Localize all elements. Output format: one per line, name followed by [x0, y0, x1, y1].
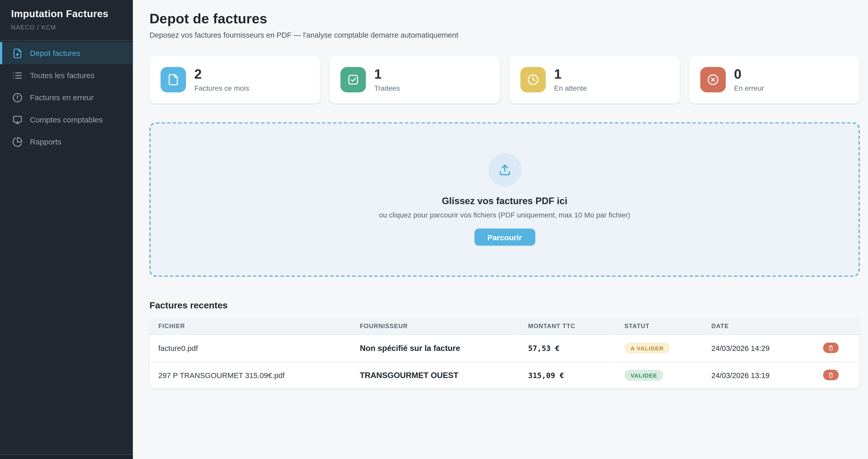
column-header-actions [813, 318, 860, 334]
trash-icon [828, 345, 834, 352]
sidebar: Imputation Factures NAECO / KCM Depot fa… [0, 0, 133, 459]
table-header-row: FICHIER FOURNISSEUR MONTANT TTC STATUT D… [149, 318, 860, 334]
page-subtitle: Deposez vos factures fournisseurs en PDF… [149, 31, 860, 39]
supplier-cell: Non spécifié sur la facture [351, 334, 519, 362]
actions-cell [813, 334, 860, 362]
sidebar-item-toutes-les-factures[interactable]: Toutes les factures [0, 64, 133, 86]
supplier-cell: TRANSGOURMET OUEST [351, 362, 519, 389]
stat-label: En attente [554, 84, 587, 92]
table-row: 297 P TRANSGOURMET 315.09€.pdf TRANSGOUR… [149, 362, 860, 389]
stat-value: 0 [734, 67, 764, 81]
column-header-statut: STATUT [616, 318, 703, 334]
recent-invoices-table: FICHIER FOURNISSEUR MONTANT TTC STATUT D… [149, 318, 860, 389]
stat-card-en-attente: 1 En attente [509, 56, 680, 103]
upload-icon [488, 154, 521, 187]
stat-label: Traitees [374, 84, 400, 92]
sidebar-header: Imputation Factures NAECO / KCM [0, 0, 133, 40]
browse-button[interactable]: Parcourir [474, 228, 535, 245]
stats-row: 2 Factures ce mois 1 Traitees [149, 56, 860, 103]
column-header-fichier: FICHIER [149, 318, 351, 334]
date-cell: 24/03/2026 13:19 [703, 362, 813, 389]
table-row: facture0.pdf Non spécifié sur la facture… [149, 334, 860, 362]
app-viewport: Imputation Factures NAECO / KCM Depot fa… [0, 0, 868, 459]
dropzone-subtitle: ou cliquez pour parcourir vos fichiers (… [379, 211, 630, 219]
sidebar-item-rapports[interactable]: Rapports [0, 131, 133, 153]
stat-label: En erreur [734, 84, 764, 92]
stat-label: Factures ce mois [194, 84, 249, 92]
file-name-cell: 297 P TRANSGOURMET 315.09€.pdf [149, 362, 351, 389]
clock-icon [520, 67, 546, 92]
trash-icon [828, 372, 834, 378]
app-subtitle: NAECO / KCM [11, 24, 122, 31]
actions-cell [813, 362, 860, 389]
page-title: Depot de factures [149, 10, 860, 27]
stat-card-traitees: 1 Traitees [330, 56, 500, 103]
sidebar-item-label: Depot factures [30, 49, 81, 58]
file-icon [161, 67, 186, 92]
status-badge: A VALIDER [624, 342, 670, 354]
amount-cell: 315,09 € [519, 362, 616, 389]
stat-value: 1 [374, 67, 400, 81]
main-content: Depot de factures Deposez vos factures f… [133, 0, 868, 459]
status-cell: VALIDEE [616, 362, 703, 389]
status-badge: VALIDEE [624, 370, 663, 381]
sidebar-nav: Depot factures Toutes les factures [0, 40, 133, 153]
dropzone-title: Glissez vos factures PDF ici [442, 196, 567, 207]
file-name-cell: facture0.pdf [149, 334, 351, 362]
app-title: Imputation Factures [11, 8, 122, 20]
amount-cell: 57,53 € [519, 334, 616, 362]
column-header-date: DATE [703, 318, 813, 334]
sidebar-item-depot-factures[interactable]: Depot factures [0, 42, 133, 64]
date-cell: 24/03/2026 14:29 [703, 334, 813, 362]
file-plus-icon [12, 48, 23, 58]
delete-button[interactable] [823, 343, 839, 353]
sidebar-item-label: Rapports [30, 137, 61, 146]
check-square-icon [340, 67, 366, 92]
stat-card-en-erreur: 0 En erreur [689, 56, 860, 103]
upload-dropzone[interactable]: Glissez vos factures PDF ici ou cliquez … [149, 123, 860, 277]
column-header-fournisseur: FOURNISSEUR [351, 318, 519, 334]
x-circle-icon [700, 67, 725, 92]
sidebar-item-label: Toutes les factures [30, 71, 95, 80]
sidebar-scrollbar[interactable] [0, 454, 133, 459]
stat-value: 1 [554, 67, 587, 81]
stat-card-factures-ce-mois: 2 Factures ce mois [149, 56, 320, 103]
sidebar-item-comptes-comptables[interactable]: Comptes comptables [0, 108, 133, 130]
pie-chart-icon [12, 136, 23, 147]
delete-button[interactable] [823, 370, 839, 380]
list-icon [12, 70, 23, 80]
sidebar-item-label: Comptes comptables [30, 115, 103, 124]
alert-circle-icon [12, 92, 23, 103]
monitor-icon [12, 114, 23, 125]
column-header-montant-ttc: MONTANT TTC [519, 318, 616, 334]
sidebar-item-label: Factures en erreur [30, 93, 94, 102]
recent-invoices-title: Factures recentes [149, 300, 860, 310]
status-cell: A VALIDER [616, 334, 703, 362]
stat-value: 2 [194, 67, 249, 81]
sidebar-item-factures-en-erreur[interactable]: Factures en erreur [0, 86, 133, 108]
